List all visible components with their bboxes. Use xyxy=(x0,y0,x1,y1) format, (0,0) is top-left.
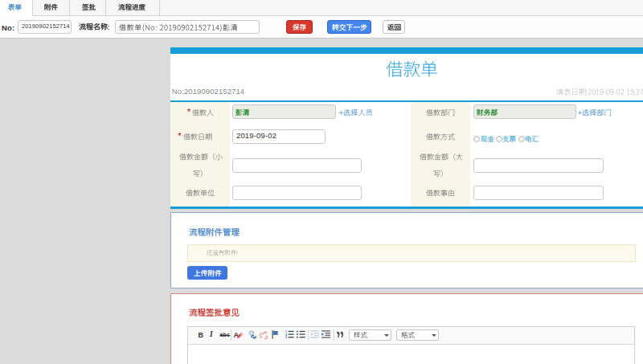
svg-text:3: 3 xyxy=(285,336,287,339)
